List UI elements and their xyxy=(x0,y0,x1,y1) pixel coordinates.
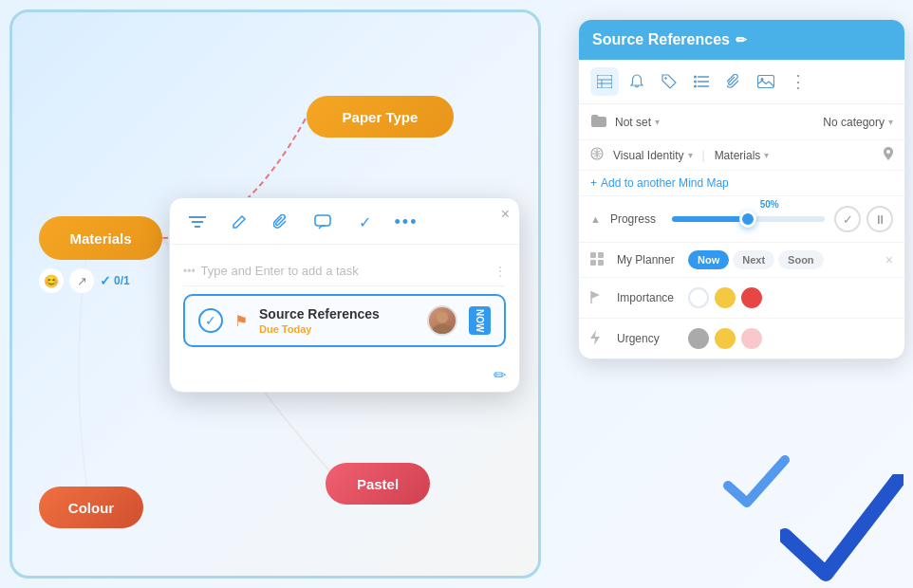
materials-label: Materials xyxy=(69,230,131,247)
visual-identity-row: Visual Identity ▾ | Materials ▾ xyxy=(579,140,904,171)
planner-next-btn[interactable]: Next xyxy=(733,250,774,269)
task-title: Source References xyxy=(259,306,416,322)
task-input[interactable]: Type and Enter to add a task xyxy=(201,260,489,282)
progress-actions: ✓ ⏸ xyxy=(834,206,893,232)
not-set-dropdown[interactable]: Not set ▾ xyxy=(615,116,660,129)
progress-bar-container: 50% xyxy=(672,216,825,222)
panel-title-text: Source References xyxy=(592,31,730,48)
task-item[interactable]: ✓ ⚑ Source References Due Today NOW xyxy=(183,294,506,347)
more-icon[interactable]: ••• xyxy=(392,208,420,236)
visual-identity-dropdown[interactable]: Visual Identity ▾ xyxy=(613,149,693,162)
importance-flag-icon xyxy=(590,290,607,306)
main-container: Materials 😊 ↗ ✓ 0/1 Paper Type Pastel Co… xyxy=(0,0,913,588)
svg-point-4 xyxy=(437,311,448,322)
importance-color-yellow[interactable] xyxy=(715,287,736,308)
progress-row: ▲ Progress 50% ✓ ⏸ xyxy=(579,196,904,243)
progress-percent: 50% xyxy=(760,199,779,210)
task-text-area: Source References Due Today xyxy=(259,306,416,335)
urgency-colors xyxy=(688,328,762,349)
planner-label: My Planner xyxy=(617,253,679,266)
svg-rect-24 xyxy=(598,252,604,258)
panel-header: Source References ✏ xyxy=(579,20,904,60)
importance-label: Importance xyxy=(617,291,679,304)
add-mindmap-label: Add to another Mind Map xyxy=(601,176,729,190)
task-flag-icon: ⚑ xyxy=(234,312,248,330)
panel-title-area: Source References ✏ xyxy=(592,31,747,48)
panel-edit-icon[interactable]: ✏ xyxy=(736,32,747,47)
location-icon xyxy=(884,147,893,163)
panel-toolbar: ⋮ xyxy=(579,60,904,104)
svg-point-5 xyxy=(433,324,453,337)
no-category-arrow: ▾ xyxy=(888,117,893,127)
toolbar-list-icon[interactable] xyxy=(687,67,716,96)
toolbar-attachment-icon[interactable] xyxy=(719,67,748,96)
svg-point-16 xyxy=(694,85,697,88)
node-papertype[interactable]: Paper Type xyxy=(307,96,454,138)
task-counter: ✓ 0/1 xyxy=(100,273,130,288)
progress-fill xyxy=(672,216,749,222)
svg-point-10 xyxy=(664,77,666,79)
chat-icon[interactable] xyxy=(308,208,337,236)
urgency-color-yellow[interactable] xyxy=(715,328,736,349)
urgency-color-gray[interactable] xyxy=(688,328,709,349)
big-checkmark xyxy=(780,474,904,588)
planner-grid-icon xyxy=(590,252,607,268)
toolbar-image-icon[interactable] xyxy=(752,67,780,96)
smiley-icon[interactable]: 😊 xyxy=(39,268,64,293)
popup-close-button[interactable]: × xyxy=(501,206,510,223)
task-due-date: Due Today xyxy=(259,323,416,335)
task-popup-header: ✓ ••• × xyxy=(170,198,519,245)
progress-check-btn[interactable]: ✓ xyxy=(834,206,861,232)
svg-rect-25 xyxy=(590,260,596,266)
task-popup-body: ••• Type and Enter to add a task ⋮ ✓ ⚑ S… xyxy=(170,245,519,358)
progress-thumb[interactable] xyxy=(739,211,756,228)
svg-point-22 xyxy=(886,150,890,154)
check-icon[interactable]: ✓ xyxy=(350,208,379,236)
svg-rect-6 xyxy=(597,75,612,88)
toolbar-tag-icon[interactable] xyxy=(655,67,683,96)
planner-close-btn[interactable]: × xyxy=(885,252,893,267)
svg-point-15 xyxy=(694,81,697,83)
planner-now-btn[interactable]: Now xyxy=(688,250,729,269)
add-mindmap-link[interactable]: + Add to another Mind Map xyxy=(590,176,893,190)
toolbar-bell-icon[interactable] xyxy=(623,67,651,96)
urgency-color-pink[interactable] xyxy=(741,328,762,349)
urgency-lightning-icon xyxy=(590,330,607,348)
vi-materials-dropdown[interactable]: Materials ▾ xyxy=(715,149,770,162)
colour-label: Colour xyxy=(68,500,114,516)
mindmap-area: Materials 😊 ↗ ✓ 0/1 Paper Type Pastel Co… xyxy=(9,9,541,579)
progress-pause-btn[interactable]: ⏸ xyxy=(866,206,893,232)
node-colour[interactable]: Colour xyxy=(39,487,143,528)
not-set-label: Not set xyxy=(615,116,651,129)
progress-label: Progress xyxy=(610,212,662,226)
filter-icon[interactable] xyxy=(183,208,212,236)
svg-rect-3 xyxy=(315,215,330,226)
footer-edit-icon[interactable]: ✏ xyxy=(494,366,506,384)
progress-triangle-icon: ▲ xyxy=(590,213,601,225)
no-category-label: No category xyxy=(823,116,885,129)
vi-icon xyxy=(590,147,607,163)
node-materials[interactable]: Materials xyxy=(39,216,162,260)
svg-rect-26 xyxy=(598,260,604,266)
add-mindmap-plus: + xyxy=(590,176,597,190)
attachment-icon[interactable] xyxy=(267,208,295,236)
task-avatar xyxy=(427,305,457,336)
planner-soon-btn[interactable]: Soon xyxy=(778,250,824,269)
pastel-label: Pastel xyxy=(357,476,399,492)
node-pastel[interactable]: Pastel xyxy=(326,463,430,505)
urgency-row: Urgency xyxy=(579,319,904,358)
toolbar-more-icon[interactable]: ⋮ xyxy=(784,67,812,96)
task-checkbox[interactable]: ✓ xyxy=(198,308,223,333)
importance-color-none[interactable] xyxy=(688,287,709,308)
toolbar-table-icon[interactable] xyxy=(590,67,619,96)
no-category-dropdown[interactable]: No category ▾ xyxy=(823,116,893,129)
arrow-icon[interactable]: ↗ xyxy=(69,268,94,293)
importance-color-red[interactable] xyxy=(741,287,762,308)
task-now-badge: NOW xyxy=(469,306,491,335)
materials-toolbar: 😊 ↗ ✓ 0/1 xyxy=(39,268,130,293)
importance-colors xyxy=(688,287,762,308)
progress-bar[interactable] xyxy=(672,216,825,222)
checkmarks-area xyxy=(714,398,904,588)
svg-rect-23 xyxy=(590,252,596,258)
pencil-icon[interactable] xyxy=(225,208,253,236)
